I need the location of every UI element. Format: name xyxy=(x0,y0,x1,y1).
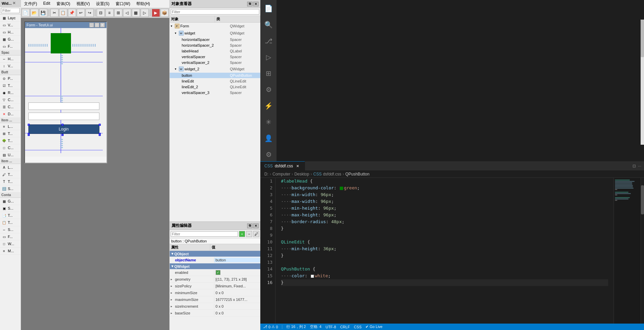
menu-help[interactable]: 帮助(H) xyxy=(135,1,151,7)
toolbox-item-f2[interactable]: ▭ F... xyxy=(0,233,21,240)
status-eol[interactable]: CRLF xyxy=(340,325,350,329)
toolbox-item-t7[interactable]: 📋 T... xyxy=(0,219,21,226)
property-add-button[interactable]: + xyxy=(239,231,245,237)
object-inspector-filter-input[interactable] xyxy=(171,9,260,15)
toolbox-item-h2[interactable]: ↔ H... xyxy=(0,55,21,63)
toolbox-item-s2[interactable]: ▣ S... xyxy=(0,205,21,212)
toolbar-resources[interactable]: 📦 xyxy=(161,9,169,17)
vscode-tab-dsfddf[interactable]: CSS dsfddf.css ✕ xyxy=(260,161,305,170)
toolbox-item-g[interactable]: ▦ G... xyxy=(0,36,21,43)
toolbox-item-c2[interactable]: ☰ C... xyxy=(0,103,21,111)
form-inner-area[interactable]: Login xyxy=(25,28,106,157)
prop-value-objectname[interactable]: button xyxy=(214,258,261,262)
code-area[interactable]: #labelHead { ····background-color: green… xyxy=(276,178,614,324)
tree-item-hspacer2[interactable]: ▸ horizontalSpacer_2 Spacer xyxy=(170,43,261,48)
tree-item-vspacer3[interactable]: ▸ verticalSpacer_3 Spacer xyxy=(170,90,261,96)
menu-file[interactable]: 文件(F) xyxy=(23,1,39,7)
tree-expand-form[interactable]: ▾ xyxy=(170,24,174,28)
toolbox-item-t5[interactable]: T T... xyxy=(0,178,21,185)
toolbox-item-d[interactable]: ✕ D... xyxy=(0,111,21,118)
toolbar-paste[interactable]: 📌 xyxy=(68,9,76,17)
activity-git-icon[interactable]: ⎇ xyxy=(262,34,276,48)
property-filter-input[interactable] xyxy=(171,231,238,237)
toolbar-layout6[interactable]: ▷ xyxy=(141,9,149,17)
toolbox-item-v2[interactable]: ↕ V... xyxy=(0,63,21,70)
activity-remote-icon[interactable]: ⚙ xyxy=(262,83,276,96)
prop-expand-minimumsize[interactable]: ▸ xyxy=(170,291,174,294)
toolbar-preview[interactable]: ▶ xyxy=(152,9,160,17)
property-editor-float-button[interactable]: ⧉ xyxy=(247,223,253,228)
login-button[interactable]: Login xyxy=(28,124,99,134)
prop-expand-geometry[interactable]: ▸ xyxy=(170,278,174,281)
prop-expand-basesize[interactable]: ▸ xyxy=(170,311,174,315)
toolbox-item-s3[interactable]: ↔ S... xyxy=(0,226,21,233)
tree-item-form[interactable]: ▾ F Form QWidget xyxy=(170,23,261,30)
menu-view[interactable]: 视图(V) xyxy=(75,1,91,7)
status-line-col[interactable]: 行 16，列 2 xyxy=(286,324,306,329)
toolbox-item-u[interactable]: ▤ U... xyxy=(0,151,21,159)
toolbox-item-t4[interactable]: 🖊 T... xyxy=(0,171,21,178)
menu-window[interactable]: 窗口(W) xyxy=(114,1,132,7)
menu-form[interactable]: 窗体(O) xyxy=(55,1,72,7)
toolbar-copy[interactable]: 📋 xyxy=(59,9,67,17)
activity-account-icon[interactable]: 👤 xyxy=(262,132,276,145)
activity-asterisk-icon[interactable]: ✳ xyxy=(262,115,276,129)
tree-item-widget2[interactable]: ▾ W widget_2 QWidget xyxy=(170,66,261,73)
toolbox-item-t3[interactable]: 🌳 T... xyxy=(0,137,21,144)
activity-extensions-icon[interactable]: ⊞ xyxy=(262,67,276,80)
prop-expand-maximumsize[interactable]: ▸ xyxy=(170,298,174,301)
prop-expand-sizeincrement[interactable]: ▸ xyxy=(170,305,174,308)
toolbar-layout1[interactable]: ⊟ xyxy=(97,9,105,17)
prop-value-enabled[interactable]: ✓ xyxy=(214,270,261,275)
form-close-button[interactable]: ✕ xyxy=(100,23,105,27)
breadcrumb-desktop[interactable]: Desktop xyxy=(294,172,309,176)
tree-item-vspacer1[interactable]: ▸ verticalSpacer Spacer xyxy=(170,54,261,60)
tree-item-widget[interactable]: ▾ W widget QWidget xyxy=(170,30,261,37)
status-spaces[interactable]: 空格: 4 xyxy=(310,324,321,329)
breadcrumb-d[interactable]: D: xyxy=(264,172,268,176)
toolbar-redo[interactable]: ↪ xyxy=(86,9,94,17)
toolbar-layout2[interactable]: ≡ xyxy=(105,9,114,17)
toolbox-item-t2[interactable]: ⊞ T... xyxy=(0,130,21,137)
status-encoding[interactable]: UTF-8 xyxy=(326,325,336,329)
vscode-tab-close[interactable]: ✕ xyxy=(295,163,301,169)
line-edit-2[interactable] xyxy=(28,113,99,120)
toolbox-item-f[interactable]: ▭ F... xyxy=(0,43,21,50)
breadcrumb-computer[interactable]: Computer xyxy=(272,172,290,176)
toolbox-item-layout[interactable]: ▦ Layc xyxy=(0,15,21,22)
toolbar-layout4[interactable]: ◁ xyxy=(123,9,131,17)
vscode-split-editor-icon[interactable]: ⊡ xyxy=(633,164,636,168)
tree-item-lineedit2[interactable]: ▸ lineEdit_2 QLineEdit xyxy=(170,84,261,90)
toolbox-item-s1[interactable]: 🔢 S... xyxy=(0,185,21,192)
activity-search-icon[interactable]: 🔍 xyxy=(262,18,276,31)
object-tree-scrollbar[interactable] xyxy=(641,20,644,145)
status-live[interactable]: ✔ Go Live xyxy=(365,325,382,329)
toolbox-item-c3[interactable]: □ C... xyxy=(0,144,21,151)
activity-live-icon[interactable]: ⚡ xyxy=(262,99,276,113)
breadcrumb-selector[interactable]: QPushButton xyxy=(345,172,369,176)
toolbox-item-p[interactable]: ⊙ P... xyxy=(0,75,21,82)
status-language[interactable]: CSS xyxy=(354,325,362,329)
status-git[interactable]: ⎇ 0 ⚠ 0 xyxy=(263,325,278,329)
toolbar-new[interactable]: 📄 xyxy=(22,9,30,17)
tree-item-lineedit1[interactable]: ▸ lineEdit QLineEdit xyxy=(170,78,261,84)
property-remove-button[interactable]: − xyxy=(246,231,252,237)
tree-item-vspacer2[interactable]: ▸ verticalSpacer_2 Spacer xyxy=(170,60,261,66)
form-minimize-button[interactable]: _ xyxy=(89,23,94,27)
activity-files-icon[interactable]: 📄 xyxy=(262,2,276,15)
tree-item-button[interactable]: ▸ button QPushButton xyxy=(170,73,261,78)
toolbox-item-t6[interactable]: 📑 T... xyxy=(0,212,21,219)
activity-settings-icon[interactable]: ⚙ xyxy=(262,148,276,161)
toolbox-item-w[interactable]: □ W... xyxy=(0,240,21,248)
toolbox-item-r[interactable]: ◉ R... xyxy=(0,89,21,96)
tree-item-labelhead[interactable]: ▸ labelHead QLabel xyxy=(170,48,261,54)
breadcrumb-file[interactable]: dsfddf.css xyxy=(323,172,341,176)
vscode-scrollbar[interactable] xyxy=(641,178,644,324)
property-edit-button[interactable]: 🖊 xyxy=(253,231,259,237)
line-edit-1[interactable] xyxy=(28,102,99,110)
tree-expand-widget[interactable]: ▾ xyxy=(174,31,178,35)
tree-item-hspacer1[interactable]: ▸ horizontalSpacer Spacer xyxy=(170,37,261,43)
toolbar-layout5[interactable]: ▦ xyxy=(132,9,140,17)
object-inspector-float-button[interactable]: ⧉ xyxy=(247,2,253,6)
prop-expand-sizepolicy[interactable]: ▸ xyxy=(170,284,174,288)
